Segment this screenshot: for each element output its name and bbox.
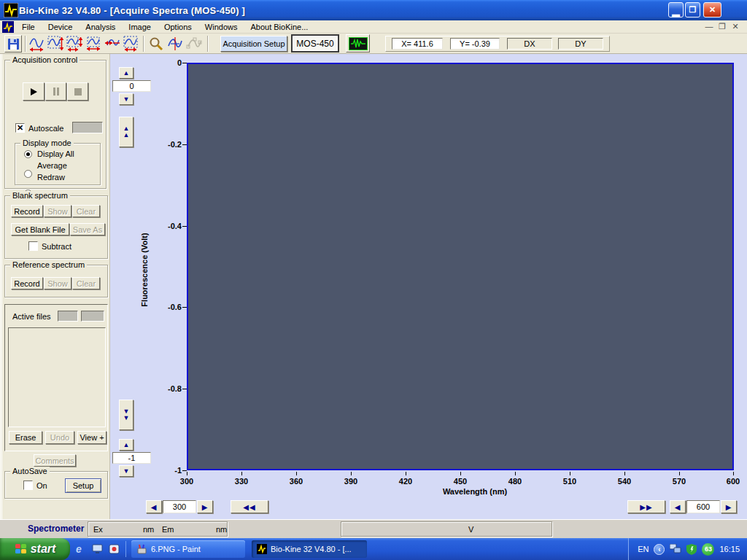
blank-show-button[interactable]: Show	[44, 205, 71, 217]
y-bottom-increase-button[interactable]: ▲	[119, 439, 133, 451]
clock[interactable]: 16:15	[719, 545, 740, 553]
pause-button[interactable]	[45, 82, 66, 101]
mdi-minimize-button[interactable]: —	[703, 22, 715, 31]
undo-button[interactable]: Undo	[45, 431, 74, 444]
menu-about[interactable]: About BioKine...	[244, 20, 314, 34]
restore-button[interactable]: ❐	[685, 2, 700, 18]
autosave-group: AutoSave On Setup	[4, 471, 108, 499]
scale-x-button[interactable]	[85, 35, 102, 52]
zoom-x-button[interactable]	[28, 35, 45, 52]
radio-average[interactable]	[24, 170, 32, 178]
minimize-button[interactable]: ▬	[668, 2, 684, 18]
x-max-increase-button[interactable]: ▶	[721, 500, 737, 513]
play-button[interactable]	[23, 82, 44, 101]
x-min-field[interactable]: 300	[163, 500, 196, 513]
start-button[interactable]: start	[0, 538, 70, 560]
active-files-box: Active files Erase Undo View +	[4, 304, 108, 451]
task-paint[interactable]: 6.PNG - Paint	[131, 540, 245, 558]
y-bottom-value-field[interactable]: -1	[112, 452, 151, 464]
mdi-close-button[interactable]: ✕	[729, 22, 741, 31]
subtract-checkbox[interactable]	[28, 241, 38, 251]
menu-analysis[interactable]: Analysis	[79, 20, 122, 34]
nodes-curve-button[interactable]	[185, 35, 203, 52]
language-indicator[interactable]: EN	[638, 545, 649, 553]
plot-area[interactable]	[187, 63, 734, 470]
radio-display-all[interactable]	[24, 150, 32, 158]
cursor-dy-readout: DY	[558, 38, 603, 50]
x-min-increase-button[interactable]: ▶	[197, 500, 213, 513]
autosave-setup-button[interactable]: Setup	[65, 478, 101, 493]
scale-t-button[interactable]	[104, 35, 121, 52]
x-tick-mark	[406, 472, 406, 475]
cursor-curve-button[interactable]	[166, 35, 184, 52]
scale-xy-button[interactable]	[123, 35, 140, 52]
x-min-decrease-button[interactable]: ◀	[146, 500, 162, 513]
blank-record-button[interactable]: Record	[11, 205, 43, 217]
y-top-decrease-button[interactable]: ▼	[119, 93, 133, 105]
pan-right-button[interactable]: ▶▶	[627, 500, 665, 513]
menu-file[interactable]: File	[15, 20, 42, 34]
network-icon[interactable]	[670, 544, 681, 554]
acquisition-setup-button[interactable]: Acquisition Setup	[220, 36, 287, 52]
reference-record-button[interactable]: Record	[11, 277, 43, 289]
hv-unit-label: V	[468, 525, 473, 534]
shield-icon[interactable]	[686, 544, 697, 555]
save-button[interactable]	[4, 35, 22, 52]
menu-image[interactable]: Image	[122, 20, 158, 34]
zoom-y-button[interactable]	[47, 35, 64, 52]
stop-button[interactable]	[67, 82, 88, 101]
battery-badge[interactable]: 63	[702, 543, 714, 556]
reference-show-button[interactable]: Show	[44, 277, 71, 289]
view-plus-button[interactable]: View +	[77, 431, 107, 444]
menu-windows[interactable]: Windows	[198, 20, 244, 34]
x-axis-label: Wavelength (nm)	[417, 487, 533, 496]
blank-save-as-button[interactable]: Save As	[70, 223, 105, 236]
windows-flag-icon	[15, 543, 27, 555]
autoscale-checkbox[interactable]	[15, 123, 25, 133]
y-shrink-button[interactable]: ▼▼	[119, 400, 133, 430]
x-max-decrease-button[interactable]: ◀	[670, 500, 686, 513]
display-mode-group: Display mode Display All Average Redraw	[15, 143, 101, 185]
zoom-xy-button[interactable]	[66, 35, 83, 52]
comments-button[interactable]: Comments	[34, 454, 76, 467]
menu-options[interactable]: Options	[158, 20, 198, 34]
task-biokine[interactable]: Bio-Kine 32 V4.80 - [...	[252, 540, 367, 558]
x-tick-mark	[296, 472, 297, 475]
get-blank-file-button[interactable]: Get Blank File	[11, 223, 69, 236]
y-expand-button[interactable]: ▲▲	[119, 117, 133, 147]
pan-left-button[interactable]: ◀◀	[231, 500, 268, 513]
radio-average-label: Average	[37, 161, 67, 170]
x-tick-label: 360	[290, 477, 303, 486]
zoom-x-icon	[28, 36, 44, 52]
hide-icons-button[interactable]: ‹	[654, 544, 665, 555]
quick-launch-icon[interactable]	[109, 544, 120, 554]
reference-clear-button[interactable]: Clear	[72, 277, 100, 289]
magnify-button[interactable]	[147, 35, 165, 52]
window-title: Bio-Kine 32 V4.80 - [Acquire Spectra (MO…	[19, 5, 245, 16]
erase-button[interactable]: Erase	[9, 431, 42, 444]
mos450-button[interactable]: MOS-450	[291, 34, 339, 52]
ie-icon[interactable]: e	[76, 543, 82, 555]
scope-button[interactable]	[346, 34, 370, 52]
y-axis-label: Fluorescence (Volt)	[140, 226, 149, 314]
y-top-value-field[interactable]: 0	[112, 80, 151, 92]
y-top-increase-button[interactable]: ▲	[119, 67, 133, 79]
mdi-restore-button[interactable]: ❐	[716, 22, 728, 31]
chart-region: ▲ 0 ▼ ▲▲ ▼▼ ▲ -1 ▼ Fluorescence (Volt) 0…	[110, 54, 747, 519]
y-tick-label: -0.4	[152, 222, 182, 230]
x-tick-label: 600	[727, 477, 740, 486]
em-unit-label: nm	[216, 525, 227, 534]
menu-device[interactable]: Device	[42, 20, 80, 34]
y-tick-label: 0	[152, 58, 182, 67]
x-max-field[interactable]: 600	[686, 500, 720, 513]
autosave-on-checkbox[interactable]	[23, 481, 33, 490]
ex-unit-label: nm	[143, 525, 154, 534]
active-files-list[interactable]	[8, 327, 106, 427]
close-button[interactable]: ✕	[703, 2, 721, 18]
blank-clear-button[interactable]: Clear	[72, 205, 100, 217]
x-tick-mark	[515, 472, 516, 475]
show-desktop-icon[interactable]	[92, 544, 103, 554]
y-tick-mark	[182, 63, 187, 63]
pause-icon	[53, 88, 60, 96]
y-bottom-decrease-button[interactable]: ▼	[119, 465, 133, 477]
